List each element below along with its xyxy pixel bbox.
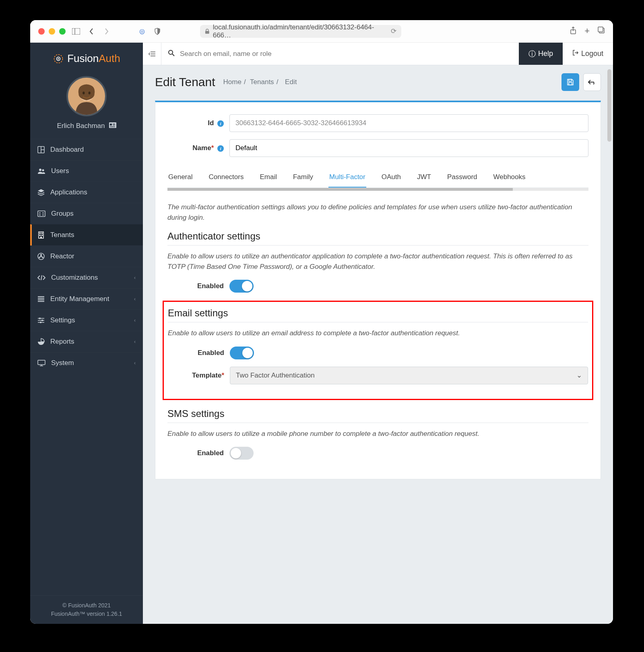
svg-point-9: [58, 58, 59, 60]
maximize-window-icon[interactable]: [59, 28, 66, 35]
shield-icon[interactable]: [153, 28, 162, 35]
id-card-icon: [109, 122, 116, 130]
svg-point-42: [39, 318, 41, 319]
reload-icon[interactable]: ⟳: [391, 27, 396, 35]
tab-family[interactable]: Family: [292, 169, 314, 188]
name-input[interactable]: [229, 139, 588, 157]
svg-point-11: [83, 91, 85, 94]
sidebar-item-dashboard[interactable]: Dashboard: [30, 139, 143, 160]
svg-rect-31: [39, 235, 41, 236]
sms-enabled-label: Enabled: [167, 449, 224, 457]
email-enabled-row: Enabled: [168, 347, 588, 359]
back-icon[interactable]: [87, 28, 96, 35]
applications-icon: [37, 189, 45, 196]
url-bar[interactable]: local.fusionauth.io/admin/tenant/edit/30…: [200, 25, 401, 38]
close-window-icon[interactable]: [38, 28, 45, 35]
url-text: local.fusionauth.io/admin/tenant/edit/30…: [213, 23, 388, 39]
email-template-row: Template* Two Factor Authentication ⌄: [168, 367, 588, 384]
svg-rect-57: [569, 83, 572, 85]
svg-rect-32: [41, 235, 43, 236]
settings-icon: [37, 317, 45, 324]
help-button[interactable]: ⓘ Help: [519, 43, 563, 65]
tab-multi-factor[interactable]: Multi-Factor: [328, 169, 366, 188]
breadcrumb: Home/ Tenants/ Edit: [223, 78, 299, 86]
info-icon[interactable]: i: [217, 145, 224, 152]
scrollbar[interactable]: [607, 69, 611, 142]
svg-point-21: [39, 169, 41, 171]
chevron-left-icon: ‹: [134, 339, 136, 345]
sidebar-collapse-button[interactable]: [143, 43, 161, 65]
svg-point-53: [169, 50, 173, 54]
sidebar-toggle-icon[interactable]: [71, 28, 81, 35]
lock-icon: [205, 29, 210, 34]
authenticator-enabled-toggle[interactable]: [229, 280, 254, 293]
email-title: Email settings: [168, 307, 588, 322]
sidebar-item-tenants[interactable]: Tenants: [30, 224, 143, 246]
logout-button[interactable]: Logout: [563, 43, 613, 65]
tab-email[interactable]: Email: [259, 169, 278, 188]
footer-copyright: © FusionAuth 2021: [36, 601, 137, 610]
email-settings-highlight: Email settings Enable to allow users to …: [163, 301, 593, 400]
tab-jwt[interactable]: JWT: [416, 169, 432, 188]
user-name: Erlich Bachman: [57, 122, 105, 130]
users-icon: [37, 168, 45, 174]
authenticator-title: Authenticator settings: [167, 231, 588, 246]
sms-enabled-toggle[interactable]: [229, 447, 254, 460]
avatar[interactable]: [66, 76, 107, 116]
back-button[interactable]: [583, 73, 601, 91]
svg-point-27: [43, 215, 44, 216]
tab-general[interactable]: General: [167, 169, 193, 188]
svg-line-54: [172, 54, 174, 56]
svg-rect-30: [41, 233, 43, 234]
help-icon: ⓘ: [528, 49, 536, 59]
tab-connectors[interactable]: Connectors: [208, 169, 244, 188]
tab-password[interactable]: Password: [446, 169, 478, 188]
minimize-window-icon[interactable]: [49, 28, 55, 35]
share-icon[interactable]: [570, 27, 576, 36]
sidebar-item-groups[interactable]: Groups: [30, 203, 143, 224]
onepassword-icon[interactable]: ◎: [137, 27, 147, 35]
svg-point-12: [89, 91, 91, 94]
crumb-home[interactable]: Home: [223, 78, 242, 86]
sidebar-item-users[interactable]: Users: [30, 160, 143, 182]
email-template-select[interactable]: Two Factor Authentication ⌄: [230, 367, 588, 384]
tab-scroll-indicator[interactable]: [167, 188, 588, 191]
svg-rect-33: [40, 237, 42, 238]
tab-oauth[interactable]: OAuth: [381, 169, 402, 188]
tab-webhooks[interactable]: Webhooks: [493, 169, 526, 188]
info-icon[interactable]: i: [217, 120, 224, 127]
dashboard-icon: [37, 146, 45, 153]
nav: Dashboard Users Applications Groups Tena…: [30, 139, 143, 373]
logo-text: FusionAuth: [67, 52, 120, 65]
crumb-tenants[interactable]: Tenants: [250, 78, 274, 86]
groups-icon: [37, 210, 45, 217]
logout-icon: [572, 50, 579, 58]
svg-line-36: [41, 275, 42, 280]
sms-enabled-row: Enabled: [167, 447, 588, 460]
user-name-row[interactable]: Erlich Bachman: [30, 122, 143, 139]
new-tab-icon[interactable]: +: [584, 27, 590, 36]
id-input: [229, 114, 588, 132]
browser-window: ◎ local.fusionauth.io/admin/tenant/edit/…: [30, 20, 613, 624]
forward-icon[interactable]: [102, 28, 111, 35]
sidebar-item-applications[interactable]: Applications: [30, 182, 143, 203]
chevron-left-icon: ‹: [134, 318, 136, 323]
sidebar-item-customizations[interactable]: Customizations‹: [30, 267, 143, 288]
authenticator-enabled-row: Enabled: [167, 280, 588, 293]
footer-version: FusionAuth™ version 1.26.1: [36, 610, 137, 618]
sidebar-item-reactor[interactable]: Reactor: [30, 246, 143, 267]
search-box: [161, 50, 519, 58]
search-input[interactable]: [180, 50, 512, 58]
tabs: General Connectors Email Family Multi-Fa…: [167, 169, 588, 188]
save-button[interactable]: [561, 73, 579, 91]
sidebar-item-settings[interactable]: Settings‹: [30, 309, 143, 331]
sidebar-item-reports[interactable]: Reports‹: [30, 331, 143, 352]
sidebar-item-system[interactable]: System‹: [30, 352, 143, 373]
sms-desc: Enable to allow users to utilize a mobil…: [167, 429, 588, 439]
tabs-icon[interactable]: [598, 27, 605, 36]
name-label: Name* i: [167, 144, 224, 152]
sidebar-item-entity-management[interactable]: Entity Management‹: [30, 288, 143, 309]
email-enabled-toggle[interactable]: [230, 347, 254, 359]
chevron-left-icon: ‹: [134, 360, 136, 366]
topbar: ⓘ Help Logout: [143, 43, 613, 65]
